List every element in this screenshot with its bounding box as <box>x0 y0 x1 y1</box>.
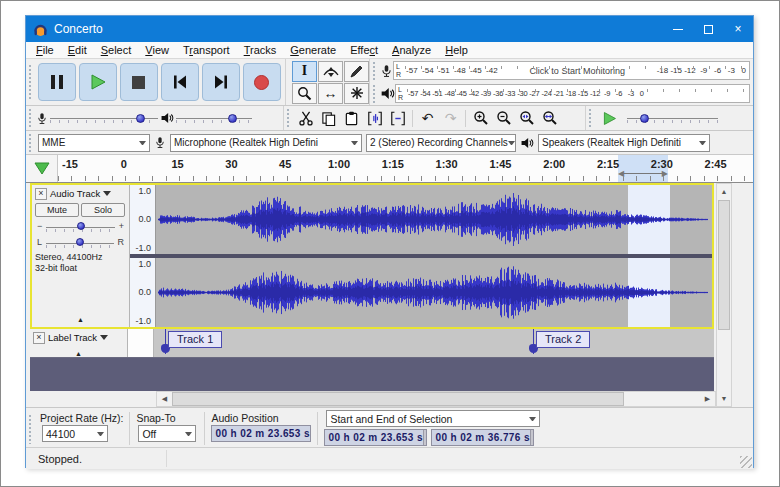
maximize-button[interactable] <box>693 16 723 42</box>
toolbar-gripper[interactable] <box>372 61 377 79</box>
snap-to-select[interactable]: Off <box>138 425 196 442</box>
field-arrow-icon[interactable]: ▾ <box>530 430 535 445</box>
menu-tracks[interactable]: Tracks <box>237 44 284 56</box>
play-button[interactable] <box>79 63 117 101</box>
vertical-scrollbar[interactable]: ▲ ▼ <box>716 183 732 407</box>
pinned-playhead-button[interactable] <box>26 155 58 182</box>
menu-effect[interactable]: Effect <box>343 44 385 56</box>
selection-start-field[interactable]: 00 h 02 m 23.653 s▾ <box>324 429 427 446</box>
zoom-out-button[interactable] <box>493 108 515 129</box>
pan-slider[interactable] <box>44 235 115 249</box>
menu-help[interactable]: Help <box>438 44 475 56</box>
silence-audio-button[interactable] <box>387 108 409 129</box>
pause-button[interactable] <box>38 63 76 101</box>
collapse-track-button[interactable]: ▲ <box>75 350 82 357</box>
horizontal-scroll-thumb[interactable] <box>172 392 624 406</box>
multi-tool-button[interactable] <box>344 83 369 104</box>
close-track-button[interactable]: × <box>35 188 47 200</box>
resize-grip[interactable] <box>740 456 752 468</box>
selection-extent-line <box>621 173 665 174</box>
slider-thumb[interactable] <box>136 114 145 123</box>
selection-range-mode-select[interactable]: Start and End of Selection <box>326 410 540 427</box>
slider-thumb[interactable] <box>76 238 84 246</box>
stop-button[interactable] <box>120 63 158 101</box>
field-arrow-icon[interactable]: ▾ <box>310 426 312 441</box>
slider-thumb[interactable] <box>228 114 237 123</box>
zoom-fit-button[interactable] <box>539 108 561 129</box>
cut-button[interactable] <box>295 108 317 129</box>
toolbar-gripper[interactable] <box>28 108 33 127</box>
waveform-left-channel[interactable] <box>156 185 712 254</box>
playback-device-select[interactable]: Speakers (Realtek High Definiti <box>538 134 710 152</box>
toolbar-gripper[interactable] <box>288 64 289 101</box>
menu-select[interactable]: Select <box>94 44 139 56</box>
toolbar-gripper[interactable] <box>28 414 33 444</box>
recording-device-select[interactable]: Microphone (Realtek High Defini <box>170 134 362 152</box>
slider-thumb[interactable] <box>640 114 649 123</box>
trim-audio-button[interactable] <box>364 108 386 129</box>
project-rate-select[interactable]: 44100 <box>42 425 108 442</box>
zoom-to-selection-button[interactable] <box>516 108 538 129</box>
slider-thumb[interactable] <box>77 222 85 230</box>
zoom-in-button[interactable] <box>470 108 492 129</box>
track-menu-icon[interactable] <box>100 335 108 344</box>
minimize-button[interactable] <box>663 16 693 42</box>
menu-transport[interactable]: Transport <box>176 44 237 56</box>
toolbar-gripper[interactable] <box>286 108 291 127</box>
scroll-right-button[interactable]: ▶ <box>700 392 715 406</box>
scroll-down-button[interactable]: ▼ <box>717 391 731 406</box>
scroll-up-button[interactable]: ▲ <box>717 184 731 199</box>
envelope-tool-button[interactable] <box>318 61 343 82</box>
collapse-track-button[interactable]: ▲ <box>55 314 107 325</box>
gain-slider[interactable] <box>44 219 116 233</box>
label-chip[interactable]: Track 2 <box>536 331 590 348</box>
title-bar[interactable]: Concerto × <box>26 16 753 42</box>
recording-channels-select[interactable]: 2 (Stereo) Recording Channels <box>366 134 516 152</box>
draw-tool-button[interactable] <box>344 61 369 82</box>
menu-generate[interactable]: Generate <box>283 44 343 56</box>
audio-track-name[interactable]: Audio Track <box>50 188 100 199</box>
audio-host-select[interactable]: MME <box>38 134 150 152</box>
output-volume-slider[interactable] <box>174 110 254 126</box>
skip-to-end-button[interactable] <box>202 63 240 101</box>
waveform-right-channel[interactable] <box>156 258 712 327</box>
toolbar-gripper[interactable] <box>28 64 33 101</box>
copy-button[interactable] <box>318 108 340 129</box>
selection-tool-button[interactable]: I <box>292 61 317 82</box>
input-volume-slider[interactable] <box>48 110 160 126</box>
mute-button[interactable]: Mute <box>35 203 79 217</box>
paste-button[interactable] <box>341 108 363 129</box>
label-track-content[interactable]: Track 1Track 2 <box>154 329 714 357</box>
field-arrow-icon[interactable]: ▾ <box>423 430 428 445</box>
menu-analyze[interactable]: Analyze <box>385 44 438 56</box>
horizontal-scrollbar[interactable]: ◀ ▶ <box>156 391 716 407</box>
label-track-name[interactable]: Label Track <box>48 332 97 343</box>
selection-end-field[interactable]: 00 h 02 m 36.776 s▾ <box>431 429 534 446</box>
menu-view[interactable]: View <box>138 44 176 56</box>
playback-meter[interactable]: LR -57 -54 -51 -48 -45 -42 -39 -36 -33 -… <box>370 82 753 105</box>
toolbar-gripper[interactable] <box>588 108 593 127</box>
playback-speed-slider[interactable] <box>625 110 720 126</box>
close-track-button[interactable]: × <box>33 332 45 344</box>
toolbar-gripper[interactable] <box>372 84 377 102</box>
close-button[interactable]: × <box>723 16 753 42</box>
recording-meter[interactable]: LR -57 -54 -51 -48 -45 -42 Click to Star… <box>370 59 753 82</box>
solo-button[interactable]: Solo <box>81 203 125 217</box>
undo-button[interactable]: ↶ <box>417 108 439 129</box>
label-chip[interactable]: Track 1 <box>168 331 222 348</box>
track-menu-icon[interactable] <box>103 191 111 200</box>
zoom-tool-button[interactable] <box>292 83 317 104</box>
timeshift-tool-button[interactable]: ↔ <box>318 83 343 104</box>
audio-position-field[interactable]: 00 h 02 m 23.653 s▾ <box>211 425 311 442</box>
menu-file[interactable]: File <box>29 44 61 56</box>
toolbar-gripper[interactable] <box>28 133 33 151</box>
horizontal-scroll-track[interactable] <box>624 392 700 406</box>
record-button[interactable] <box>243 63 281 101</box>
timeline-ruler[interactable]: ◀ ▶ -1501530451:001:151:301:452:002:152:… <box>58 155 753 182</box>
play-at-speed-button[interactable] <box>596 108 622 128</box>
vertical-scroll-thumb[interactable] <box>718 200 730 330</box>
redo-button[interactable]: ↷ <box>440 108 462 129</box>
scroll-left-button[interactable]: ◀ <box>157 392 172 406</box>
menu-edit[interactable]: Edit <box>61 44 94 56</box>
skip-to-start-button[interactable] <box>161 63 199 101</box>
